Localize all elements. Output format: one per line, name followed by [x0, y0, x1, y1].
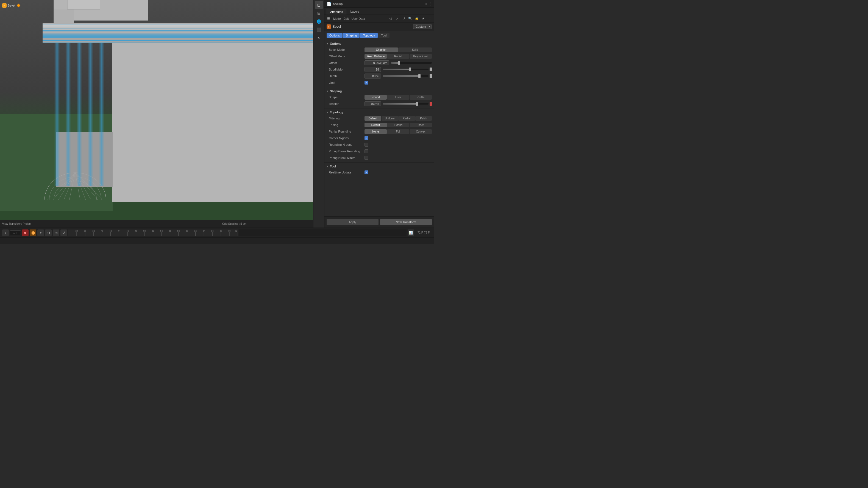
svg-text:60: 60	[186, 230, 188, 232]
new-transform-button[interactable]: New Transform	[380, 219, 432, 225]
mitering-patch[interactable]: Patch	[415, 116, 432, 121]
audio-btn[interactable]: ♪	[2, 229, 9, 236]
phong-break-miters-checkbox[interactable]	[365, 156, 368, 160]
toolbar-search[interactable]: 🔍	[407, 15, 413, 22]
bevel-mode-chamfer[interactable]: Chamfer	[365, 47, 398, 52]
apply-button[interactable]: Apply	[327, 219, 378, 225]
bevel-mode-solid[interactable]: Solid	[398, 47, 432, 52]
tension-slider-handle[interactable]	[416, 102, 418, 106]
depth-slider[interactable]	[383, 75, 429, 77]
tab-options[interactable]: Options	[327, 33, 343, 38]
bevel-object-icon: B	[327, 25, 331, 29]
offset-mode-fixed[interactable]: Fixed Distance	[365, 54, 387, 59]
tab-topology[interactable]: Topology	[360, 33, 378, 38]
section-shaping-label: Shaping	[330, 90, 342, 93]
preset-dropdown[interactable]: Custom	[413, 24, 432, 29]
svg-text:40: 40	[101, 230, 103, 232]
preset-dropdown-label: Custom	[415, 25, 426, 28]
toolbar-icon-active[interactable]: ◻	[315, 1, 323, 9]
record-btn[interactable]: ⏺	[22, 229, 29, 236]
timeline-ruler[interactable]: 34 36 38 40 42 44 46 48 50	[68, 229, 238, 236]
subdivision-slider-handle[interactable]	[409, 67, 411, 71]
loop-btn[interactable]: ↺	[60, 229, 67, 236]
partial-rounding-convex[interactable]: Convex	[409, 129, 432, 134]
next-frame-btn[interactable]: ⏭	[53, 229, 59, 236]
partial-rounding-none[interactable]: None	[365, 129, 387, 134]
limit-checkbox[interactable]: ✓	[365, 81, 368, 85]
tension-slider[interactable]	[383, 103, 429, 104]
offset-slider[interactable]	[391, 62, 432, 64]
realtime-update-label: Realtime Update	[329, 171, 365, 174]
subdivision-end-handle[interactable]	[430, 67, 432, 71]
toolbar-hamburger[interactable]: ☰	[326, 15, 332, 22]
prop-row-shape: Shape Round User Profile	[324, 94, 434, 100]
toolbar-nav-forward[interactable]: ▷	[394, 15, 400, 22]
toolbar-userdata-label[interactable]: User Data	[350, 17, 366, 20]
rounding-ngons-checkbox[interactable]	[365, 143, 368, 147]
file-name: backup	[333, 2, 423, 5]
blue-line-4	[42, 30, 313, 31]
shape-controls: Round User Profile	[365, 95, 432, 100]
toolbar-mode-label[interactable]: Mode	[332, 17, 342, 20]
fps-end: 72 F	[424, 231, 430, 234]
toolbar-nav-back[interactable]: ◁	[387, 15, 393, 22]
blue-line-8	[42, 35, 313, 36]
shape-user[interactable]: User	[387, 95, 409, 100]
timeline-track[interactable]	[239, 229, 406, 236]
phong-break-miters-controls	[365, 156, 432, 160]
file-action-2[interactable]: ⋮	[429, 2, 432, 6]
toolbar-bookmark[interactable]: ★	[420, 15, 426, 22]
timeline-zoom-btn[interactable]: 📊	[408, 229, 414, 236]
frame-display[interactable]: 1 F	[10, 230, 21, 235]
tension-input[interactable]	[365, 101, 381, 106]
offset-mode-radial[interactable]: Radial	[387, 54, 409, 59]
shape-profile[interactable]: Profile	[409, 95, 432, 100]
tab-layers[interactable]: Layers	[347, 9, 363, 14]
toolbar-more[interactable]: ⋮	[427, 15, 433, 22]
toolbar-lock[interactable]: 🔒	[414, 15, 420, 22]
offset-input[interactable]	[365, 60, 389, 65]
mitering-radial[interactable]: Radial	[398, 116, 415, 121]
mitering-uniform[interactable]: Uniform	[381, 116, 398, 121]
toolbar-icon-scene[interactable]: ⬛	[315, 26, 323, 33]
add-keyframe-btn[interactable]: +	[37, 229, 44, 236]
toolbar-icon-move[interactable]: ⊞	[315, 9, 323, 17]
toolbar-icon-world[interactable]: 🌐	[315, 18, 323, 25]
prev-frame-btn[interactable]: ⏮	[45, 229, 52, 236]
corner-ngons-checkbox[interactable]: ✓	[365, 136, 368, 140]
tension-end-handle[interactable]	[430, 102, 432, 106]
svg-text:64: 64	[203, 230, 205, 232]
mitering-default[interactable]: Default	[365, 116, 381, 121]
geometry-container	[0, 0, 313, 228]
subdivision-input[interactable]	[365, 67, 381, 72]
blue-line-1	[42, 24, 313, 25]
mitering-label: Mitering	[329, 117, 365, 120]
toolbar-nav-refresh[interactable]: ↺	[401, 15, 406, 22]
ending-inset[interactable]: Inset	[409, 123, 432, 127]
phong-break-rounding-checkbox[interactable]	[365, 149, 368, 153]
toolbar-edit-label[interactable]: Edit	[343, 17, 350, 20]
ending-default[interactable]: Default	[365, 123, 387, 127]
corner-ngons-controls: ✓	[365, 136, 432, 140]
shape-round[interactable]: Round	[365, 95, 387, 100]
tab-tool[interactable]: Tool	[378, 33, 389, 38]
offset-mode-proportional[interactable]: Proportional	[409, 54, 432, 59]
realtime-update-checkbox[interactable]: ✓	[365, 170, 368, 174]
tab-attributes[interactable]: Attributes	[327, 9, 346, 14]
viewport[interactable]: B Bevel 🔶	[0, 0, 313, 228]
offset-slider-handle[interactable]	[398, 61, 400, 65]
depth-slider-handle[interactable]	[418, 74, 421, 78]
ending-extend[interactable]: Extend	[387, 123, 409, 127]
prop-row-partial-rounding: Partial Rounding None Full Convex	[324, 128, 434, 135]
subdivision-slider[interactable]	[383, 69, 429, 70]
record-mode-btn[interactable]: ⬤	[30, 229, 36, 236]
top-panel-inner	[67, 0, 100, 10]
depth-end-handle[interactable]	[430, 74, 432, 78]
tab-shaping[interactable]: Shaping	[343, 33, 360, 38]
prop-row-tension: Tension	[324, 100, 434, 107]
toolbar-icon-render[interactable]: ☀	[315, 34, 323, 42]
file-action-1[interactable]: ⬆	[425, 2, 427, 6]
depth-input[interactable]	[365, 73, 381, 78]
limit-label: Limit	[329, 81, 365, 84]
partial-rounding-full[interactable]: Full	[387, 129, 409, 134]
